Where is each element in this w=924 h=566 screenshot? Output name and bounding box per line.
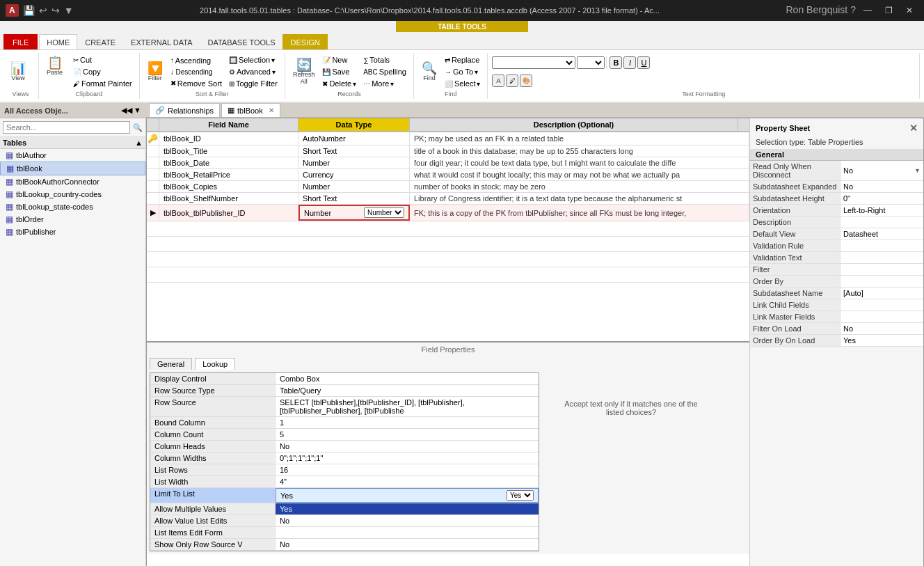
help-icon[interactable]: ? [850, 4, 856, 17]
table-row[interactable]: tblBook_Copies Number number of books in… [147, 181, 749, 193]
nav-header: All Access Obje... ◀◀ ▼ [0, 103, 145, 118]
nav-search-icon[interactable]: ◀◀ [121, 106, 132, 115]
nav-menu-icon[interactable]: ▼ [134, 106, 141, 115]
tab-close-icon[interactable]: ✕ [269, 107, 274, 114]
nav-section-collapse-icon[interactable]: ▲ [135, 139, 143, 147]
table-grid-body[interactable]: 🔑 tblBook_ID AutoNumber PK; may be used … [147, 132, 749, 341]
tab-design[interactable]: DESIGN [282, 34, 327, 49]
prop-row-active: Limit To List Yes YesNo [150, 488, 539, 503]
prop-row: Bound Column 1 [150, 417, 539, 429]
ribbon-group-sort-filter: 🔽 Filter ↑ Ascending ↓ Descending ✖ Remo… [141, 53, 285, 99]
select-button[interactable]: ⬜ Select ▾ [442, 78, 484, 89]
ps-row: Order By [750, 276, 923, 288]
find-button[interactable]: 🔍 Find [418, 60, 440, 84]
bold-button[interactable]: B [610, 56, 622, 69]
tab-lookup[interactable]: Lookup [195, 358, 235, 370]
nav-item-tblLookup-country[interactable]: ▦ tblLookup_country-codes [0, 188, 145, 201]
tab-general[interactable]: General [150, 358, 192, 370]
font-color-button[interactable]: A [492, 74, 504, 87]
table-row[interactable]: 🔑 tblBook_ID AutoNumber PK; may be used … [147, 132, 749, 146]
tab-relationships[interactable]: 🔗 Relationships [149, 103, 220, 117]
save-icon[interactable]: 💾 [23, 5, 35, 16]
ps-row: Link Master Fields [750, 311, 923, 323]
replace-button[interactable]: ⇄ Replace [442, 54, 484, 65]
ribbon-group-text-formatting: B I U A 🖊 🎨 Text Formatting [489, 53, 920, 99]
ribbon: TABLE TOOLS FILE HOME CREATE EXTERNAL DA… [0, 21, 924, 103]
table-row-selected[interactable]: ▶ tblBook_tblPublisher_ID Number Number … [147, 205, 749, 221]
underline-button[interactable]: U [637, 56, 650, 69]
font-size-select[interactable] [577, 56, 605, 69]
refresh-button[interactable]: 🔄 RefreshAll [289, 56, 319, 87]
ps-row: Validation Rule [750, 240, 923, 252]
delete-record-button[interactable]: ✖ Delete ▾ [319, 78, 359, 89]
nav-item-tblBook[interactable]: ▦ tblBook [0, 162, 145, 175]
ribbon-content: 📊 View Views 📋 Paste ✂ Cut 📄 Copy 🖌 Form… [0, 50, 924, 103]
relationships-icon: 🔗 [155, 106, 165, 115]
main-layout: All Access Obje... ◀◀ ▼ 🔍 Tables ▲ ▦ tbl… [0, 103, 924, 566]
save-record-button[interactable]: 💾 Save [319, 66, 359, 77]
toggle-filter-button[interactable]: ⊞ Toggle Filter [226, 78, 280, 89]
advanced-button[interactable]: ⚙ Advanced ▾ [226, 66, 280, 77]
minimize-button[interactable]: — [859, 4, 877, 17]
tab-create[interactable]: CREATE [77, 34, 123, 49]
restore-button[interactable]: ❐ [879, 4, 898, 17]
nav-item-tblPublisher[interactable]: ▦ tblPublisher [0, 226, 145, 238]
copy-button[interactable]: 📄 Copy [70, 66, 135, 77]
bg-color-button[interactable]: 🎨 [520, 74, 532, 87]
prop-row: Row Source Type Table/Query [150, 385, 539, 397]
remove-sort-button[interactable]: ✖ Remove Sort [168, 78, 225, 89]
new-record-button[interactable]: 📝 New [319, 54, 359, 65]
cut-button[interactable]: ✂ Cut [70, 54, 135, 65]
tab-file[interactable]: FILE [3, 34, 38, 49]
property-sheet-close-button[interactable]: ✕ [909, 123, 918, 134]
more-button[interactable]: ⋯ More ▾ [360, 78, 409, 89]
table-row[interactable]: tblBook_ShelfNumber Short Text Library o… [147, 193, 749, 205]
nav-section-tables: Tables ▲ [0, 137, 145, 149]
redo-icon[interactable]: ↪ [51, 5, 60, 16]
highlight-button[interactable]: 🖊 [506, 74, 518, 87]
italic-button[interactable]: I [623, 56, 636, 69]
nav-item-tblAuthor[interactable]: ▦ tblAuthor [0, 149, 145, 162]
table-row[interactable]: tblBook_Date Number four digit year; it … [147, 157, 749, 169]
nav-item-tblBookAuthorConnector[interactable]: ▦ tblBookAuthorConnector [0, 175, 145, 188]
field-properties-panel: Field Properties General Lookup Display … [147, 341, 749, 554]
paste-button[interactable]: 📋 Paste [43, 54, 66, 78]
prop-row: Column Widths 0";1";1";1";1" [150, 453, 539, 464]
table-row[interactable]: tblBook_RetailPrice Currency what it wou… [147, 169, 749, 181]
search-icon: 🔍 [133, 123, 143, 132]
filter-button[interactable]: 🔽 Filter [144, 60, 166, 84]
format-painter-button[interactable]: 🖌 Format Painter [70, 78, 135, 89]
nav-search-input[interactable] [3, 121, 130, 134]
nav-search-area: 🔍 [0, 118, 145, 137]
view-button[interactable]: 📊 View [7, 60, 29, 84]
datatype-dropdown[interactable]: Number [364, 207, 404, 218]
nav-item-tblLookup-state[interactable]: ▦ tblLookup_state-codes [0, 201, 145, 213]
selection-button[interactable]: 🔲 Selection ▾ [226, 54, 280, 65]
totals-button[interactable]: ∑ Totals [360, 54, 409, 65]
nav-item-tblOrder[interactable]: ▦ tblOrder [0, 213, 145, 226]
goto-button[interactable]: → Go To ▾ [442, 66, 484, 77]
close-button[interactable]: ✕ [900, 4, 918, 17]
property-sheet-tab[interactable]: General [750, 149, 923, 161]
table-row[interactable]: tblBook_Title Short Text title of a book… [147, 146, 749, 157]
nav-title: All Access Obje... [4, 107, 68, 115]
font-family-select[interactable] [492, 56, 575, 69]
tab-external-data[interactable]: EXTERNAL DATA [123, 34, 200, 49]
ps-row: Description [750, 217, 923, 228]
ps-dropdown-icon[interactable]: ▼ [914, 167, 921, 174]
ascending-button[interactable]: ↑ Ascending [168, 55, 225, 66]
limit-to-list-dropdown[interactable]: YesNo [507, 490, 534, 501]
tab-tblBook[interactable]: ▦ tblBook ✕ [221, 103, 280, 117]
nav-item-label: tblLookup_state-codes [16, 203, 93, 211]
tab-home[interactable]: HOME [39, 34, 77, 49]
spelling-button[interactable]: ABC Spelling [360, 66, 409, 77]
field-props-tabs: General Lookup [150, 358, 539, 370]
descending-button[interactable]: ↓ Descending [168, 67, 225, 77]
undo-icon[interactable]: ↩ [39, 5, 47, 16]
design-area: Field Name Data Type Description (Option… [146, 118, 924, 566]
tab-database-tools[interactable]: DATABASE TOOLS [200, 34, 282, 49]
table-header-row: Field Name Data Type Description (Option… [147, 118, 749, 132]
customize-icon[interactable]: ▼ [64, 5, 74, 16]
property-sheet-title: Property Sheet [756, 124, 810, 132]
ps-row: Order By On Load Yes [750, 335, 923, 347]
